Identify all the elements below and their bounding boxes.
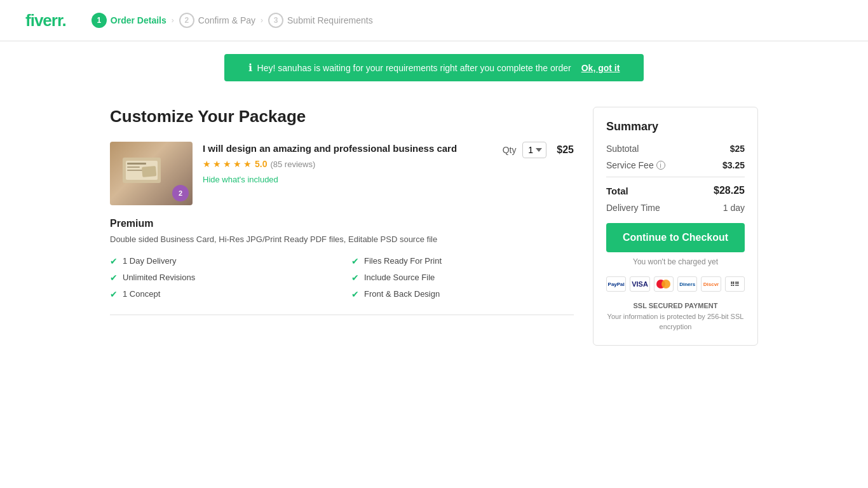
delivery-label: Delivery Time [606,203,660,213]
star-3: ★ [223,159,231,169]
service-fee-row: Service Fee i $3.25 [606,160,745,170]
mc-svg [656,279,671,289]
notification-banner: ℹ Hey! sanuhas is waiting for your requi… [224,54,644,81]
page-title: Customize Your Package [110,107,574,126]
product-price: $25 [557,144,574,156]
features-grid: ✔ 1 Day Delivery ✔ Files Ready For Print… [110,256,574,299]
feature-1: ✔ 1 Day Delivery [110,256,332,266]
delivery-value: 1 day [723,203,745,213]
ssl-title: SSL SECURED PAYMENT [606,301,745,311]
svg-rect-2 [127,163,146,165]
visa-icon: VISA [630,276,649,292]
check-icon-1: ✔ [110,256,118,266]
ssl-description: Your information is protected by 256-bit… [606,311,745,332]
main-container: Customize Your Package 2 [85,94,783,358]
rating-score: 5.0 [255,159,267,169]
summary-title: Summary [606,120,745,133]
svg-rect-3 [127,166,140,168]
other-payment-icon: ⠿⠿ [725,276,745,292]
paypal-icon: PayPal [606,276,626,292]
header: fiverr. 1 Order Details › 2 Confirm & Pa… [0,0,868,41]
step-2-label: Confirm & Pay [198,15,255,25]
step-1[interactable]: 1 Order Details [92,13,166,28]
feature-label-3: Unlimited Revisions [123,273,195,282]
star-5: ★ [243,159,252,169]
package-section: Premium Double sided Business Card, Hi-R… [110,218,574,315]
svg-rect-5 [142,166,156,177]
ssl-info: SSL SECURED PAYMENT Your information is … [606,301,745,332]
step-arrow-2: › [261,16,263,25]
hide-included-link[interactable]: Hide what's included [203,175,278,184]
payment-icons: PayPal VISA Diners Discvr ⠿⠿ [606,276,745,292]
banner-message: Hey! sanuhas is waiting for your require… [257,63,571,73]
product-badge: 2 [172,185,189,201]
check-icon-5: ✔ [110,289,118,299]
product-image: 2 [110,142,193,205]
check-icon-3: ✔ [110,273,118,283]
product-title: I will design an amazing and professiona… [203,142,492,155]
summary-sidebar: Summary Subtotal $25 Service Fee i $3.25… [593,107,758,346]
svg-rect-4 [127,170,143,171]
service-fee-label: Service Fee i [606,160,665,170]
logo: fiverr. [25,11,66,30]
package-label: Premium [110,218,574,229]
product-row: 2 I will design an amazing and professio… [110,142,574,205]
feature-label-2: Files Ready For Print [364,256,442,266]
step-1-label: Order Details [111,15,166,25]
total-row: Total $28.25 [606,177,745,196]
stepper: 1 Order Details › 2 Confirm & Pay › 3 Su… [92,13,373,28]
star-2: ★ [213,159,221,169]
feature-5: ✔ 1 Concept [110,289,332,299]
step-arrow-1: › [172,16,174,25]
content-area: Customize Your Package 2 [110,107,574,328]
service-fee-info-icon[interactable]: i [656,161,665,170]
step-3[interactable]: 3 Submit Requirements [268,13,373,28]
product-rating: ★ ★ ★ ★ ★ 5.0 (85 reviews) [203,159,492,169]
check-icon-4: ✔ [351,273,359,283]
step-3-number: 3 [268,13,283,28]
service-fee-value: $3.25 [722,160,745,170]
star-1: ★ [203,159,211,169]
rating-count: (85 reviews) [270,159,315,169]
feature-label-4: Include Source File [364,273,435,282]
check-icon-2: ✔ [351,256,359,266]
total-label: Total [606,186,628,196]
qty-select[interactable]: 1 2 3 4 5 [522,142,546,158]
mastercard-icon [654,276,674,292]
product-details: I will design an amazing and professiona… [203,142,492,184]
section-divider [110,315,574,315]
subtotal-row: Subtotal $25 [606,144,745,154]
qty-price-col: Qty 1 2 3 4 5 $25 [503,142,574,158]
delivery-row: Delivery Time 1 day [606,203,745,213]
banner-action[interactable]: Ok, got it [581,63,620,73]
discover-icon: Discvr [701,276,721,292]
step-2[interactable]: 2 Confirm & Pay [179,13,255,28]
feature-3: ✔ Unlimited Revisions [110,273,332,283]
total-value: $28.25 [714,185,745,196]
star-4: ★ [233,159,241,169]
feature-4: ✔ Include Source File [351,273,574,283]
feature-6: ✔ Front & Back Design [351,289,574,299]
feature-2: ✔ Files Ready For Print [351,256,574,266]
qty-label: Qty [503,145,517,155]
qty-wrapper: Qty 1 2 3 4 5 [503,142,547,158]
summary-box: Summary Subtotal $25 Service Fee i $3.25… [593,107,758,346]
subtotal-value: $25 [730,144,745,154]
not-charged-text: You won't be charged yet [606,257,745,266]
svg-point-7 [661,280,670,288]
feature-label-5: 1 Concept [123,289,160,299]
feature-label-1: 1 Day Delivery [123,256,177,266]
step-1-number: 1 [92,13,107,28]
subtotal-label: Subtotal [606,144,639,154]
diners-icon: Diners [677,276,697,292]
step-2-number: 2 [179,13,194,28]
feature-label-6: Front & Back Design [364,289,440,299]
step-3-label: Submit Requirements [287,15,373,25]
check-icon-6: ✔ [351,289,359,299]
checkout-button[interactable]: Continue to Checkout [606,223,745,252]
package-description: Double sided Business Card, Hi-Res JPG/P… [110,233,574,246]
